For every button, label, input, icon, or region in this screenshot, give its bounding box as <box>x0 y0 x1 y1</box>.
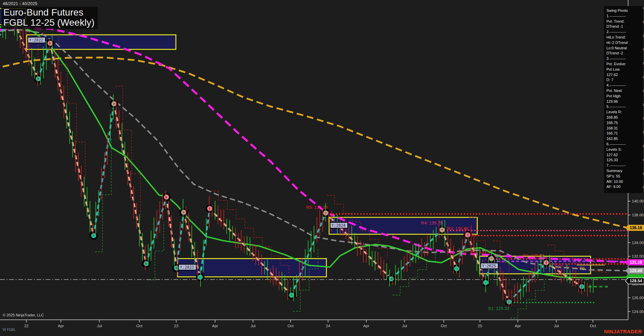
panel-line: 168.75 <box>606 120 642 126</box>
time-tick-label: Jul <box>97 324 102 328</box>
time-tick-label: 24 <box>326 324 330 328</box>
panel-line: 3.------------- <box>606 56 642 62</box>
price-tag-value: 129.89 <box>630 268 642 273</box>
price-tick-label: 134.00 <box>632 241 644 245</box>
panel-line: DTrend -1 <box>606 24 642 29</box>
panel-line: D: 7 <box>606 77 642 83</box>
swing-up-segment <box>94 104 114 236</box>
panel-line: 7.------------- <box>606 163 642 168</box>
stop-steps-green <box>393 253 435 295</box>
panel-line: Swing Pivots <box>606 8 642 14</box>
year-chip-label: Y:2023 <box>180 265 194 270</box>
panel-line: DTrend -2 <box>606 51 642 56</box>
stop-steps-green <box>510 281 544 318</box>
year-chip-label: Y:2025 <box>482 264 496 268</box>
panel-line: Levels S: <box>606 147 642 152</box>
panel-line: 127.62 <box>606 72 642 78</box>
panel-line: Pvt. Trend: <box>606 19 642 24</box>
panel-line: Pvt High <box>606 94 642 99</box>
time-tick-label: Apr <box>212 324 218 328</box>
time-tick-label: Oct <box>441 324 447 328</box>
panel-line: Levels R: <box>606 110 642 115</box>
panel-line: 168.85 <box>606 115 642 120</box>
price-tag-value: 136.16 <box>630 225 642 230</box>
swing-pivots-panel: Swing Pivots1.-------------Pvt. Trend:DT… <box>604 6 643 193</box>
time-tick-label: Apr <box>363 324 369 328</box>
panel-line: Hi:-2 DTrend <box>606 40 642 46</box>
level-label: R4: 135.79 <box>421 220 443 225</box>
panel-line: 5.------------- <box>606 104 642 110</box>
price-tick-label: 126.00 <box>632 296 644 300</box>
year-chip-label: Y:2022 <box>29 38 43 43</box>
time-tick-label: Jul <box>251 324 256 328</box>
panel-line: Summary <box>606 168 642 174</box>
instrument-name: Euro-Bund Futures <box>3 7 94 18</box>
time-tick-label: Oct <box>590 324 596 328</box>
contract-label: FGBL 12-25 (Weekly) <box>3 18 94 28</box>
price-tick-label: 132.00 <box>632 254 644 258</box>
data-series-label: W FGBL <box>3 328 16 332</box>
panel-line: 2.------------- <box>606 29 642 35</box>
panel-line: 6.------------- <box>606 142 642 147</box>
time-tick-label: 23 <box>174 324 179 328</box>
time-tick-label: Oct <box>288 324 294 328</box>
price-tag-value: 131.19 <box>630 260 642 265</box>
price-tick-label: 124.00 <box>632 310 644 314</box>
panel-line: 127.62 <box>606 152 642 158</box>
panel-line: 4.------------- <box>606 83 642 88</box>
panel-line: 125.33 <box>606 158 642 163</box>
price-tick-label: 140.00 <box>632 199 644 203</box>
ninjatrader-watermark: NINJATRADER <box>604 329 642 334</box>
panel-line: Lo:0 Neutral <box>606 46 642 51</box>
panel-line: Pvt. Next: <box>606 88 642 94</box>
time-tick-label: Apr <box>58 324 64 328</box>
time-tick-label: Oct <box>136 324 143 328</box>
panel-line: Pvt Low <box>606 67 642 72</box>
panel-line: AR: 10.00 <box>606 179 642 185</box>
time-tick-label: 22 <box>24 324 29 328</box>
panel-line: AF: 9.00 <box>606 184 642 190</box>
price-tick-label: 138.00 <box>632 213 644 217</box>
panel-line: SP's: 55 <box>606 174 642 179</box>
year-chip-label: Y:2024 <box>331 223 346 228</box>
instrument-title: Euro-Bund Futures FGBL 12-25 (Weekly) <box>1 7 98 29</box>
panel-line: Pvt. Evolve: <box>606 62 642 67</box>
price-chart-canvas[interactable]: R5: 138.20R4: 135.79R3: 135.05R2: 131.60… <box>0 0 644 336</box>
time-tick-label: Jul <box>402 324 407 328</box>
date-range-label: 46/2021 - 40/2025 <box>3 1 38 6</box>
panel-line: 162.85 <box>606 136 642 142</box>
swing-up-segment <box>146 197 166 264</box>
panel-line: 129.96 <box>606 99 642 104</box>
copyright-label: © 2025 NinjaTrader, LLC <box>3 313 44 317</box>
year-box <box>329 217 477 234</box>
level-label: S1: 125.33 <box>488 306 509 311</box>
f0-label: F0 <box>580 266 584 271</box>
panel-line: 1.------------- <box>606 14 642 19</box>
time-tick-label: Jul <box>554 324 559 328</box>
panel-line: 168.31 <box>606 126 642 131</box>
chart-window: R5: 138.20R4: 135.79R3: 135.05R2: 131.60… <box>0 0 644 336</box>
price-tag-value: 128.54 <box>630 279 642 283</box>
panel-line: 166.71 <box>606 131 642 136</box>
swing-up-segment <box>391 230 442 279</box>
time-tick-label: 25 <box>478 324 482 328</box>
panel-line: HiLo Trend: <box>606 35 642 40</box>
swing-down-segment <box>442 230 457 269</box>
time-tick-label: Apr <box>515 324 521 328</box>
